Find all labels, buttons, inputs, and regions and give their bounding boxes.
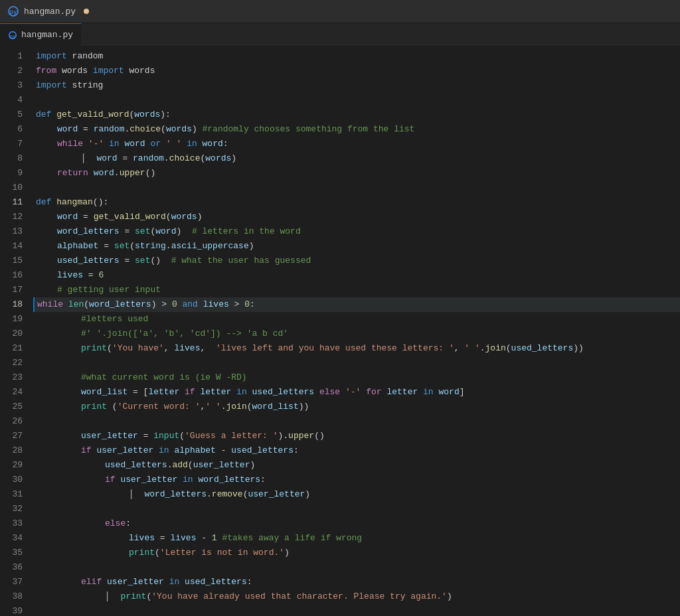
code-line-23: #what current word is (ie W -RD) [33,370,680,385]
code-line-2: from words import words [33,64,680,78]
title-bar: py hangman.py [0,0,680,23]
code-line-30: if user_letter in word_letters: [33,473,680,487]
code-line-34: lives = lives - 1 #takes away a life if … [33,531,680,546]
code-line-16: lives = 6 [33,268,680,283]
tab-filename: hangman.py [21,30,73,40]
code-line-26 [33,414,680,429]
code-line-18: while len(word_letters) > 0 and lives > … [33,297,680,312]
tab-bar: py hangman.py [0,23,680,46]
ln-20: 20 [0,327,28,341]
code-line-4 [33,93,680,108]
ln-35: 35 [0,546,28,560]
ln-3: 3 [0,78,28,93]
ln-6: 6 [0,122,28,137]
code-line-12: word = get_valid_word(words) [33,210,680,224]
ln-30: 30 [0,473,28,487]
ln-38: 38 [0,589,28,604]
code-line-7: while '-' in word or ' ' in word: [33,137,680,151]
code-line-37: elif user_letter in used_letters: [33,575,680,589]
ln-25: 25 [0,400,28,414]
code-line-31: │ word_letters.remove(user_letter) [33,487,680,502]
ln-37: 37 [0,575,28,589]
ln-18: 18 [0,297,28,312]
unsaved-dot [84,9,89,14]
code-line-39 [33,604,680,616]
ln-24: 24 [0,385,28,400]
code-line-9: return word.upper() [33,166,680,181]
ln-14: 14 [0,239,28,254]
code-line-10 [33,181,680,195]
code-line-38: │ print('You have already used that char… [33,589,680,604]
ln-19: 19 [0,312,28,327]
ln-29: 29 [0,458,28,473]
tab-file-icon: py [8,31,17,40]
ln-1: 1 [0,49,28,64]
code-line-11: def hangman(): [33,195,680,210]
code-line-36 [33,560,680,575]
code-line-13: word_letters = set(word) # letters in th… [33,224,680,239]
editor: 1 2 3 4 5 6 7 8 9 10 11 12 13 14 15 16 1… [0,46,680,616]
code-line-17: # getting user input [33,283,680,297]
code-line-25: print ('Current word: ',' '.join(word_li… [33,400,680,414]
ln-22: 22 [0,356,28,370]
file-tab[interactable]: py hangman.py [0,23,82,46]
ln-10: 10 [0,181,28,195]
file-icon: py [8,6,19,17]
svg-text:py: py [10,9,17,15]
ln-33: 33 [0,516,28,531]
code-line-22 [33,356,680,370]
ln-21: 21 [0,341,28,356]
code-line-6: word = random.choice(words) #randomly ch… [33,122,680,137]
ln-5: 5 [0,108,28,122]
ln-7: 7 [0,137,28,151]
code-line-5: def get_valid_word(words): [33,108,680,122]
code-line-32 [33,502,680,516]
ln-36: 36 [0,560,28,575]
code-line-1: import random [33,49,680,64]
code-line-27: user_letter = input('Guess a letter: ').… [33,429,680,443]
title-text: hangman.py [24,7,76,17]
ln-9: 9 [0,166,28,181]
code-line-33: else: [33,516,680,531]
ln-23: 23 [0,370,28,385]
ln-27: 27 [0,429,28,443]
code-line-19: #letters used [33,312,680,327]
ln-15: 15 [0,254,28,268]
ln-28: 28 [0,443,28,458]
code-line-3: import string [33,78,680,93]
ln-13: 13 [0,224,28,239]
ln-8: 8 [0,151,28,166]
code-line-21: print('You have', lives, 'lives left and… [33,341,680,356]
code-area[interactable]: import random from words import words im… [33,46,680,616]
ln-31: 31 [0,487,28,502]
code-line-35: print('Letter is not in word.') [33,546,680,560]
ln-34: 34 [0,531,28,546]
code-line-20: #' '.join(['a', 'b', 'cd']) --> 'a b cd' [33,327,680,341]
code-line-28: if user_letter in alphabet - used_letter… [33,443,680,458]
code-line-8: │ word = random.choice(words) [33,151,680,166]
ln-2: 2 [0,64,28,78]
ln-12: 12 [0,210,28,224]
ln-11: 11 [0,195,28,210]
ln-39: 39 [0,604,28,616]
ln-17: 17 [0,283,28,297]
svg-text:py: py [10,33,15,38]
code-line-24: word_list = [letter if letter in used_le… [33,385,680,400]
code-line-14: alphabet = set(string.ascii_uppercase) [33,239,680,254]
ln-32: 32 [0,502,28,516]
ln-4: 4 [0,93,28,108]
line-numbers: 1 2 3 4 5 6 7 8 9 10 11 12 13 14 15 16 1… [0,46,33,616]
code-line-15: used_letters = set() # what the user has… [33,254,680,268]
code-line-29: used_letters.add(user_letter) [33,458,680,473]
ln-26: 26 [0,414,28,429]
ln-16: 16 [0,268,28,283]
